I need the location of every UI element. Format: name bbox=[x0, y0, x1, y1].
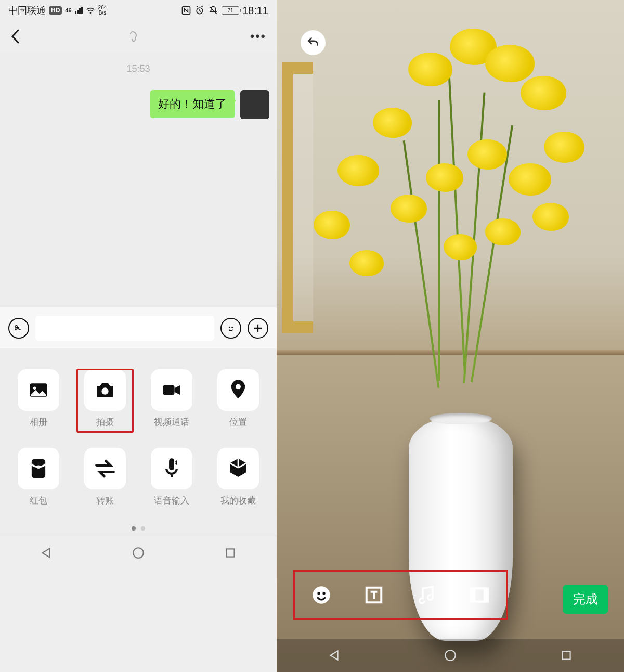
svg-point-6 bbox=[101, 387, 108, 394]
svg-point-8 bbox=[236, 384, 241, 390]
nav-recents-button[interactable] bbox=[224, 546, 237, 560]
alarm-icon bbox=[194, 5, 205, 16]
input-bar bbox=[0, 307, 277, 348]
status-bar: 中国联通 HD 46 264 B/s 71 18:11 bbox=[0, 0, 277, 21]
page-dot bbox=[141, 526, 145, 531]
camera-icon bbox=[93, 378, 117, 402]
svg-point-5 bbox=[33, 387, 36, 390]
wifi-icon bbox=[86, 6, 95, 15]
nfc-icon bbox=[181, 5, 191, 16]
undo-button[interactable] bbox=[301, 30, 326, 55]
status-left: 中国联通 HD 46 264 B/s bbox=[8, 4, 107, 17]
system-nav-bar bbox=[277, 639, 624, 672]
earpiece-icon[interactable] bbox=[128, 30, 141, 43]
attach-item-location[interactable]: 位置 bbox=[210, 369, 266, 432]
done-button[interactable]: 完成 bbox=[563, 585, 608, 614]
net-speed: 264 B/s bbox=[98, 5, 107, 16]
nav-back-button[interactable] bbox=[328, 649, 341, 662]
attach-item-transfer[interactable]: 转账 bbox=[77, 448, 133, 507]
svg-rect-11 bbox=[169, 458, 174, 470]
nav-recents-button[interactable] bbox=[560, 649, 573, 662]
attachment-grid: 相册 拍摄 视频通话 位置 红包 转账 bbox=[10, 369, 266, 507]
system-nav-bar bbox=[0, 536, 277, 569]
cube-icon bbox=[227, 457, 250, 481]
attach-toggle-button[interactable] bbox=[248, 318, 268, 339]
voice-toggle-button[interactable] bbox=[8, 318, 29, 339]
svg-point-21 bbox=[445, 650, 456, 661]
net-gen-label: 46 bbox=[65, 7, 71, 14]
message-input[interactable] bbox=[35, 316, 214, 341]
music-tool-button[interactable] bbox=[415, 584, 438, 606]
attach-item-camera[interactable]: 拍摄 bbox=[77, 369, 133, 432]
edit-toolbar bbox=[293, 570, 508, 620]
svg-rect-20 bbox=[484, 588, 488, 601]
chat-header: ••• bbox=[0, 21, 277, 52]
image-icon bbox=[27, 379, 50, 402]
back-button[interactable] bbox=[10, 29, 20, 44]
mic-icon bbox=[161, 457, 182, 481]
nav-home-button[interactable] bbox=[444, 649, 457, 662]
page-dot-active bbox=[132, 526, 136, 531]
svg-point-12 bbox=[133, 548, 144, 558]
attach-item-favorites[interactable]: 我的收藏 bbox=[210, 448, 266, 507]
svg-rect-13 bbox=[227, 549, 235, 557]
svg-point-2 bbox=[229, 326, 230, 328]
status-right: 71 18:11 bbox=[181, 5, 268, 17]
attach-item-album[interactable]: 相册 bbox=[10, 369, 67, 432]
attach-label: 红包 bbox=[30, 495, 47, 507]
attachment-panel: 相册 拍摄 视频通话 位置 红包 转账 bbox=[0, 348, 277, 536]
svg-point-14 bbox=[313, 586, 330, 603]
more-button[interactable]: ••• bbox=[250, 29, 266, 44]
svg-point-16 bbox=[322, 592, 325, 595]
message-bubble[interactable]: 好的！知道了 bbox=[150, 90, 235, 118]
battery-icon: 71 bbox=[222, 6, 239, 15]
page-indicator bbox=[10, 526, 266, 531]
attach-item-redpacket[interactable]: 红包 bbox=[10, 448, 67, 507]
flower-bouquet bbox=[308, 21, 603, 416]
attach-label: 相册 bbox=[30, 416, 47, 428]
nav-home-button[interactable] bbox=[132, 546, 145, 560]
location-icon bbox=[228, 378, 249, 402]
attach-label: 拍摄 bbox=[96, 416, 114, 428]
svg-point-10 bbox=[37, 465, 41, 469]
svg-point-15 bbox=[317, 592, 320, 595]
message-timestamp: 15:53 bbox=[0, 52, 277, 74]
crop-tool-button[interactable] bbox=[468, 584, 491, 606]
message-row: 好的！知道了 bbox=[0, 74, 277, 119]
attach-label: 我的收藏 bbox=[220, 495, 256, 507]
svg-rect-19 bbox=[471, 588, 475, 601]
text-tool-button[interactable] bbox=[362, 584, 385, 606]
video-icon bbox=[160, 379, 183, 402]
chat-screen: 中国联通 HD 46 264 B/s 71 18:11 ••• 15:53 好的… bbox=[0, 0, 277, 672]
attach-label: 转账 bbox=[96, 495, 114, 507]
attach-item-videocall[interactable]: 视频通话 bbox=[144, 369, 200, 432]
emoji-tool-button[interactable] bbox=[310, 584, 333, 606]
carrier-label: 中国联通 bbox=[8, 4, 46, 17]
attach-label: 视频通话 bbox=[154, 416, 189, 428]
attach-item-voiceinput[interactable]: 语音输入 bbox=[144, 448, 200, 507]
emoji-button[interactable] bbox=[220, 318, 241, 339]
attach-label: 位置 bbox=[229, 416, 247, 428]
nav-back-button[interactable] bbox=[40, 546, 53, 560]
avatar[interactable] bbox=[240, 90, 269, 119]
svg-rect-22 bbox=[562, 651, 570, 659]
signal-icon bbox=[75, 7, 83, 14]
svg-point-3 bbox=[231, 326, 233, 328]
transfer-icon bbox=[93, 458, 117, 479]
svg-rect-7 bbox=[163, 385, 175, 395]
attach-label: 语音输入 bbox=[154, 495, 189, 507]
redpacket-icon bbox=[28, 457, 49, 481]
clock-label: 18:11 bbox=[242, 5, 268, 17]
photo-editor-screen: 完成 bbox=[277, 0, 624, 672]
mute-icon bbox=[208, 5, 218, 16]
hd-badge: HD bbox=[49, 6, 62, 15]
chat-body[interactable]: 15:53 好的！知道了 bbox=[0, 52, 277, 307]
